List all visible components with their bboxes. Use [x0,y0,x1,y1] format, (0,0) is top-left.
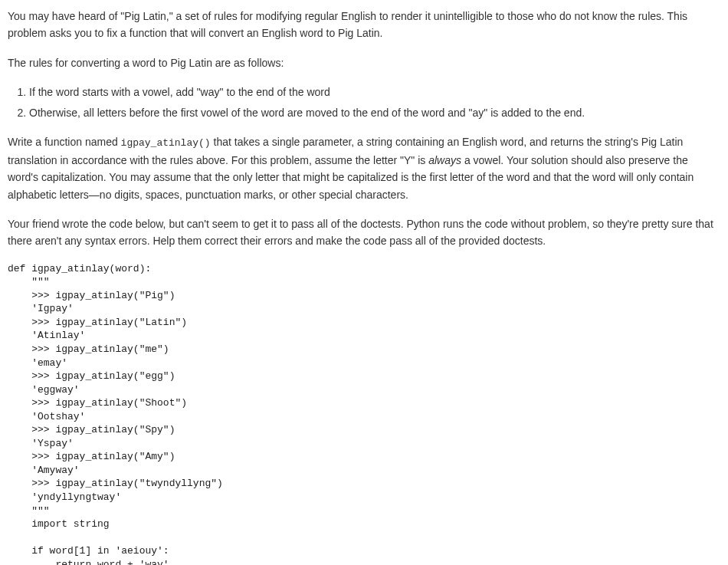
friend-paragraph: Your friend wrote the code below, but ca… [8,215,720,250]
task-text-pre: Write a function named [8,136,121,148]
task-paragraph: Write a function named igpay_atinlay() t… [8,133,720,203]
rule-item-2: Otherwise, all letters before the first … [29,104,720,121]
rule-item-1: If the word starts with a vowel, add "wa… [29,84,720,100]
intro-paragraph-2: The rules for converting a word to Pig L… [8,54,720,71]
intro-paragraph-1: You may have heard of "Pig Latin," a set… [8,8,720,42]
function-name-code: igpay_atinlay() [121,137,211,149]
task-emphasis-always: always [428,154,461,166]
rules-list: If the word starts with a vowel, add "wa… [8,84,720,121]
code-block: def igpay_atinlay(word): """ >>> igpay_a… [8,262,720,565]
